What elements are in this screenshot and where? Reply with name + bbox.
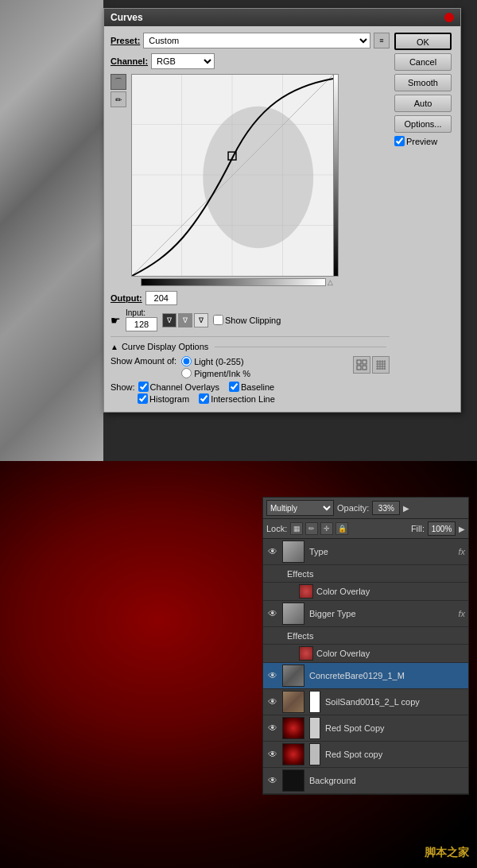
fill-input[interactable] — [428, 521, 456, 536]
show-clipping-check[interactable] — [213, 315, 223, 325]
preview-checkbox[interactable] — [394, 136, 405, 146]
lock-icons: ▦ ✏ ✛ 🔒 — [290, 522, 348, 535]
layer-item-type[interactable]: 👁 Type fx — [263, 539, 468, 565]
auto-button[interactable]: Auto — [394, 95, 452, 112]
layer-name-concrete: ConcreteBare0129_1_M — [309, 671, 465, 680]
section-title: Curve Display Options — [122, 342, 208, 351]
options-button[interactable]: Options... — [394, 115, 452, 133]
thumb-concrete — [282, 665, 304, 687]
grid-buttons — [353, 356, 390, 374]
sample-buttons: ∇ ∇ ∇ — [162, 313, 208, 327]
layer-name-bigger-effects: Effects — [287, 631, 465, 641]
preview-check-row: Preview — [394, 136, 454, 146]
opacity-input[interactable] — [372, 501, 400, 515]
histogram-check[interactable] — [138, 393, 148, 404]
curve-grid-svg — [132, 75, 333, 276]
output-label: Output: — [111, 293, 142, 303]
input-field[interactable] — [126, 317, 157, 331]
thumb-redspot-copy-mask — [309, 717, 320, 739]
grid-4x4-btn[interactable] — [353, 356, 370, 374]
eye-icon-bigger-type[interactable]: 👁 — [266, 607, 279, 620]
layer-item-redspot-copy[interactable]: 👁 Red Spot Copy — [263, 715, 468, 742]
lock-paint-icon[interactable]: ✏ — [305, 522, 318, 535]
show-label: Show: — [111, 382, 135, 392]
ok-button[interactable]: OK — [394, 33, 452, 50]
layer-item-redspot-copy2[interactable]: 👁 Red Spot copy — [263, 742, 468, 768]
eye-icon-redspot-copy2[interactable]: 👁 — [266, 748, 279, 761]
curves-tools: ⌒ ✏ — [111, 74, 128, 107]
curve-point-tool[interactable]: ⌒ — [111, 74, 126, 90]
sample-mid-btn[interactable]: ∇ — [178, 313, 192, 327]
opacity-row: Opacity: ▶ — [337, 501, 409, 515]
opacity-arrow-icon[interactable]: ▶ — [403, 504, 409, 513]
layer-item-background[interactable]: 👁 Background — [263, 768, 468, 794]
hand-tool-icon[interactable]: ☛ — [111, 314, 121, 327]
pigment-label: Pigment/Ink % — [194, 369, 250, 378]
layer-name-bigger-type: Bigger Type — [309, 609, 455, 618]
fill-label: Fill: — [411, 524, 425, 533]
channel-overlays-check-item: Channel Overlays — [138, 382, 219, 392]
curve-canvas[interactable] — [131, 74, 334, 277]
layer-item-bigger-type-coloroverlay[interactable]: Color Overlay — [263, 645, 468, 663]
layers-panel: Multiply Normal Screen Opacity: ▶ Lock: … — [262, 497, 469, 795]
dialog-body: Preset: Custom ≡ Channel: RGB Red Green … — [104, 26, 460, 412]
curves-dialog: Curves Preset: Custom ≡ Channel: RGB — [103, 8, 461, 413]
fx-icon-type: fx — [458, 547, 465, 556]
lock-all-icon[interactable]: 🔒 — [335, 522, 348, 535]
light-label: Light (0-255) — [194, 357, 243, 366]
eye-icon-concrete[interactable]: 👁 — [266, 669, 279, 682]
show-clipping-row: Show Clipping — [213, 315, 281, 325]
section-arrow-icon[interactable]: ▲ — [111, 343, 118, 351]
light-radio[interactable] — [181, 356, 192, 366]
input-label: Input: — [126, 308, 157, 317]
close-icon[interactable] — [444, 13, 454, 22]
curve-display-section: ▲ Curve Display Options Show Amount of: … — [111, 336, 390, 404]
intersection-check[interactable] — [199, 393, 209, 404]
h-gradient-bar — [141, 278, 326, 286]
baseline-check[interactable] — [229, 382, 239, 392]
histogram-label: Histogram — [149, 394, 189, 404]
layer-name-redspot-copy2: Red Spot copy — [325, 750, 465, 759]
layer-item-soil[interactable]: 👁 SoilSand0016_2_L copy — [263, 689, 468, 715]
fill-arrow-icon[interactable]: ▶ — [459, 525, 465, 533]
channel-select[interactable]: RGB Red Green Blue — [151, 53, 215, 69]
grid-10x10-btn[interactable] — [372, 356, 390, 374]
layer-name-type-effects: Effects — [287, 569, 465, 579]
eye-icon-soil[interactable]: 👁 — [266, 696, 279, 708]
thumb-soil-mask — [309, 691, 320, 713]
pigment-radio-item: Pigment/Ink % — [181, 368, 250, 378]
dialog-titlebar: Curves — [104, 9, 460, 26]
eye-icon-redspot-copy[interactable]: 👁 — [266, 722, 279, 734]
sample-shadow-btn[interactable]: ∇ — [162, 313, 176, 327]
sample-highlight-btn[interactable]: ∇ — [194, 313, 208, 327]
lock-move-icon[interactable]: ✛ — [320, 522, 333, 535]
intersection-label: Intersection Line — [211, 394, 275, 404]
preset-select[interactable]: Custom — [143, 33, 370, 48]
layer-item-type-coloroverlay[interactable]: Color Overlay — [263, 583, 468, 601]
eye-icon-type[interactable]: 👁 — [266, 545, 279, 558]
layer-name-type-coloroverlay: Color Overlay — [316, 587, 465, 596]
preset-options-icon[interactable]: ≡ — [374, 33, 390, 48]
channel-overlays-check[interactable] — [138, 382, 149, 392]
layer-item-concrete[interactable]: 👁 ConcreteBare0129_1_M — [263, 663, 468, 689]
preview-label: Preview — [406, 137, 437, 146]
layer-item-type-effects[interactable]: Effects — [263, 565, 468, 583]
fx-icon-bigger-type: fx — [458, 609, 465, 618]
layer-item-bigger-type-effects[interactable]: Effects — [263, 627, 468, 645]
eye-icon-background[interactable]: 👁 — [266, 774, 279, 787]
channel-row: Channel: RGB Red Green Blue — [111, 53, 390, 69]
output-row: Output: — [111, 291, 390, 305]
output-input[interactable] — [145, 291, 177, 305]
channel-overlays-label: Channel Overlays — [150, 382, 219, 392]
curve-draw-tool[interactable]: ✏ — [111, 91, 126, 107]
pigment-radio[interactable] — [181, 368, 192, 378]
thumb-bigger-overlay — [299, 646, 313, 661]
layer-item-bigger-type[interactable]: 👁 Bigger Type fx — [263, 601, 468, 627]
input-row: ☛ Input: ∇ ∇ ∇ Show Clipping — [111, 308, 390, 331]
lock-transparent-icon[interactable]: ▦ — [290, 522, 303, 535]
radio-group: Light (0-255) Pigment/Ink % — [181, 356, 250, 378]
preset-row: Preset: Custom ≡ — [111, 33, 390, 48]
smooth-button[interactable]: Smooth — [394, 74, 452, 91]
blend-mode-select[interactable]: Multiply Normal Screen — [266, 500, 334, 516]
cancel-button[interactable]: Cancel — [394, 53, 452, 71]
